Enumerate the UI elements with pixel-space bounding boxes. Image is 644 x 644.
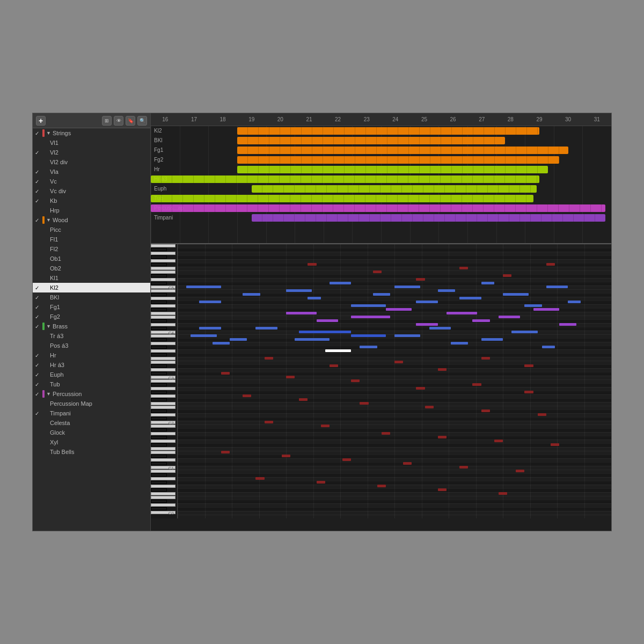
- note-block[interactable]: [533, 308, 559, 311]
- note-block[interactable]: [416, 278, 425, 281]
- note-block[interactable]: [255, 477, 264, 480]
- add-track-button[interactable]: +: [36, 116, 46, 126]
- track-item-fl2[interactable]: Fl2: [33, 244, 150, 254]
- piano-white-key[interactable]: [151, 447, 175, 450]
- note-block[interactable]: [438, 289, 455, 292]
- note-block[interactable]: [394, 334, 420, 337]
- track-item-picc[interactable]: Picc: [33, 225, 150, 235]
- note-block[interactable]: [416, 301, 437, 303]
- bookmark-tool[interactable]: 🔖: [126, 116, 135, 126]
- note-block[interactable]: [503, 274, 511, 277]
- piano-black-key[interactable]: [151, 436, 167, 439]
- piano-white-key[interactable]: [151, 342, 175, 345]
- note-block[interactable]: [494, 440, 503, 442]
- piano-black-key[interactable]: [151, 372, 167, 375]
- note-block[interactable]: [559, 323, 576, 326]
- note-block[interactable]: [438, 488, 447, 491]
- piano-black-key[interactable]: [151, 282, 167, 285]
- note-block[interactable]: [481, 338, 503, 341]
- arr-block-8[interactable]: [151, 204, 605, 212]
- note-block[interactable]: [286, 376, 295, 378]
- piano-black-key[interactable]: [151, 383, 167, 386]
- piano-black-key[interactable]: [151, 338, 167, 341]
- note-block[interactable]: [416, 323, 437, 326]
- note-block[interactable]: [499, 316, 520, 318]
- track-item-strings-group[interactable]: ✓▼Strings: [33, 128, 150, 138]
- track-item-tr[interactable]: Tr á3: [33, 331, 150, 341]
- note-block[interactable]: [299, 331, 351, 333]
- track-item-tub-bells[interactable]: Tub Bells: [33, 447, 150, 457]
- note-block[interactable]: [394, 286, 420, 288]
- note-block[interactable]: [321, 425, 330, 427]
- piano-black-key[interactable]: [151, 327, 167, 330]
- note-block[interactable]: [511, 331, 537, 333]
- track-item-fg1[interactable]: ✓Fg1: [33, 302, 150, 312]
- track-item-hrp[interactable]: Hrp: [33, 206, 150, 215]
- note-block[interactable]: [451, 342, 468, 345]
- note-block[interactable]: [243, 293, 260, 296]
- note-block[interactable]: [221, 451, 230, 453]
- track-item-percmap[interactable]: Percussion Map: [33, 399, 150, 408]
- note-block[interactable]: [524, 391, 533, 393]
- piano-white-key[interactable]: C5: [151, 286, 175, 289]
- piano-white-key[interactable]: [151, 278, 175, 281]
- piano-black-key[interactable]: [151, 488, 167, 492]
- note-block[interactable]: [438, 368, 447, 371]
- piano-black-key[interactable]: [151, 455, 167, 458]
- piano-white-key[interactable]: [151, 297, 175, 300]
- note-block[interactable]: [351, 379, 360, 382]
- hierarchy-tool[interactable]: ⊞: [102, 116, 112, 126]
- note-block[interactable]: [360, 346, 377, 348]
- piano-black-key[interactable]: [151, 473, 167, 477]
- note-block[interactable]: [342, 458, 351, 461]
- note-block[interactable]: [330, 282, 351, 284]
- piano-white-key[interactable]: [151, 368, 175, 371]
- note-block[interactable]: [317, 319, 338, 322]
- track-item-vl2div[interactable]: Vl2 div: [33, 157, 150, 167]
- note-block[interactable]: [382, 432, 390, 435]
- note-block[interactable]: [472, 383, 481, 386]
- arr-block-9[interactable]: [252, 214, 606, 222]
- track-item-fl1[interactable]: Fl1: [33, 235, 150, 244]
- piano-black-key[interactable]: [151, 417, 167, 420]
- piano-white-key[interactable]: C1: [151, 466, 175, 469]
- piano-black-key[interactable]: [151, 263, 167, 266]
- piano-black-key[interactable]: [151, 391, 167, 394]
- track-item-ob1[interactable]: Ob1: [33, 254, 150, 264]
- track-item-ob2[interactable]: Ob2: [33, 264, 150, 273]
- note-block[interactable]: [524, 364, 533, 367]
- note-block[interactable]: [459, 466, 468, 469]
- note-block[interactable]: [286, 289, 312, 292]
- track-item-bkl[interactable]: ✓BKl: [33, 292, 150, 302]
- note-block[interactable]: [351, 316, 390, 318]
- note-block[interactable]: [221, 372, 230, 375]
- note-block[interactable]: [551, 443, 559, 446]
- piano-white-key[interactable]: [151, 458, 175, 462]
- piano-white-key[interactable]: C0: [151, 511, 175, 514]
- note-block[interactable]: [282, 455, 290, 457]
- note-block[interactable]: [213, 342, 230, 345]
- note-block[interactable]: [447, 312, 477, 314]
- note-block[interactable]: [317, 481, 325, 484]
- piano-white-key[interactable]: [151, 379, 175, 383]
- note-block[interactable]: [481, 282, 494, 284]
- piano-black-key[interactable]: [151, 409, 167, 413]
- piano-black-key[interactable]: [151, 274, 167, 277]
- track-item-fg2[interactable]: ✓Fg2: [33, 312, 150, 321]
- note-block[interactable]: [425, 406, 434, 408]
- note-block[interactable]: [265, 357, 273, 360]
- note-block[interactable]: [373, 293, 390, 296]
- track-item-kb[interactable]: ✓Kb: [33, 196, 150, 206]
- piano-white-key[interactable]: [151, 387, 175, 390]
- note-block[interactable]: [546, 263, 555, 266]
- track-item-wood-group[interactable]: ✓▼Wood: [33, 215, 150, 225]
- piano-white-key[interactable]: [151, 402, 175, 405]
- piano-black-key[interactable]: [151, 507, 167, 510]
- arr-block-5[interactable]: [151, 175, 539, 183]
- note-block[interactable]: [243, 394, 251, 397]
- note-block[interactable]: [255, 327, 277, 330]
- piano-white-key[interactable]: [151, 413, 175, 416]
- note-block[interactable]: [299, 398, 308, 401]
- piano-white-key[interactable]: [151, 503, 175, 507]
- track-item-vcdiv[interactable]: ✓Vc div: [33, 186, 150, 196]
